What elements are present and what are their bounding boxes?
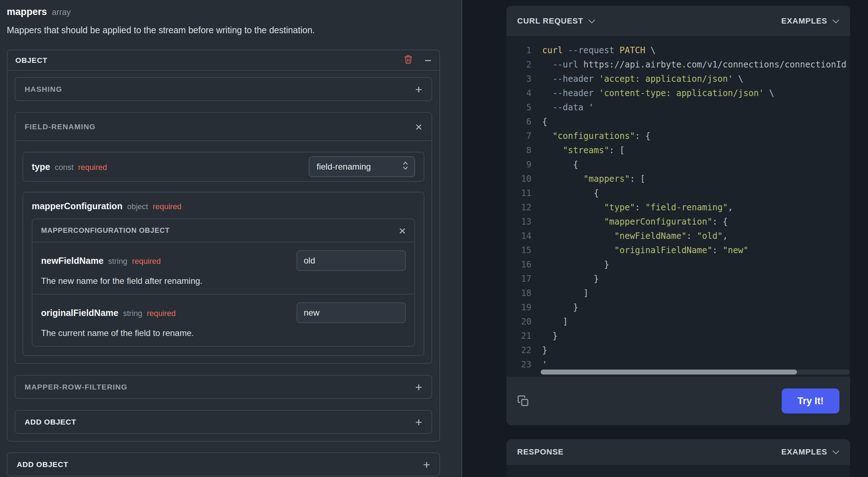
code-line: 8 "streams": [ — [506, 143, 850, 157]
object-card-actions: − — [404, 54, 432, 66]
mapper-configuration-label: mapperConfiguration object required — [32, 201, 415, 211]
try-it-button[interactable]: Try It! — [782, 388, 839, 413]
field-name: mappers — [7, 6, 47, 17]
horizontal-scrollbar-thumb[interactable] — [541, 370, 797, 375]
code-line: 20 ] — [506, 315, 850, 329]
new-field-name-label: newFieldName string required — [41, 256, 161, 266]
chevron-down-icon — [588, 16, 595, 26]
add-object-inner-button[interactable]: + — [415, 416, 422, 428]
chevron-down-icon — [832, 16, 839, 26]
code-line: 5 --data ' — [506, 100, 850, 115]
close-icon: × — [399, 224, 406, 237]
response-card: RESPONSE EXAMPLES — [506, 439, 850, 477]
type-property-row: type const required field-renaming — [22, 152, 424, 182]
delete-object-button[interactable] — [404, 54, 413, 66]
code-line: 7 "configurations": { — [506, 129, 850, 143]
curl-request-card: CURL REQUEST EXAMPLES 1curl --request PA… — [506, 6, 850, 425]
select-chevrons-icon — [402, 161, 409, 173]
curl-request-dropdown[interactable]: CURL REQUEST — [517, 16, 595, 26]
property-name: type — [32, 162, 50, 172]
plus-icon: + — [415, 415, 422, 429]
original-field-name-input[interactable] — [297, 302, 406, 323]
expand-hashing-button[interactable]: + — [415, 83, 422, 95]
schema-pane: mappers array Mappers that should be app… — [0, 0, 461, 477]
add-object-label: ADD OBJECT — [17, 460, 69, 469]
code-block: 1curl --request PATCH \2 --url https://a… — [506, 43, 850, 372]
section-hashing-title: HASHING — [25, 85, 62, 94]
section-mapper-row-filtering: MAPPER-ROW-FILTERING + — [15, 375, 432, 399]
expand-mapper-row-filtering-button[interactable]: + — [415, 381, 422, 393]
type-select[interactable]: field-renaming — [309, 156, 415, 177]
field-description: Mappers that should be applied to the st… — [7, 24, 440, 36]
object-card: OBJECT − HASHING + FIELD-RENAMING — [7, 50, 440, 442]
property-required-badge: required — [78, 163, 107, 172]
property-name: originalFieldName — [41, 308, 118, 318]
object-card-header: OBJECT − — [7, 50, 439, 71]
add-object-outer-button[interactable]: + — [423, 458, 430, 471]
original-field-name-label: originalFieldName string required — [41, 308, 176, 318]
property-required-badge: required — [147, 309, 176, 318]
collapse-object-button[interactable]: − — [424, 54, 432, 66]
type-select-value: field-renaming — [317, 162, 371, 172]
section-hashing-header[interactable]: HASHING + — [15, 78, 432, 100]
code-line: 16 } — [506, 257, 850, 272]
mapper-configuration-object-card: MAPPERCONFIGURATION OBJECT × newFieldNam… — [32, 219, 415, 347]
section-field-renaming-title: FIELD-RENAMING — [25, 122, 96, 131]
property-name: newFieldName — [41, 256, 104, 266]
field-row: originalFieldName string required — [41, 302, 406, 323]
code-area: 1curl --request PATCH \2 --url https://a… — [506, 36, 850, 377]
new-field-name-section: newFieldName string required The new nam… — [32, 242, 414, 294]
property-required-badge: required — [132, 257, 161, 266]
code-line: 13 "mapperConfiguration": { — [506, 215, 850, 229]
close-mapper-configuration-button[interactable]: × — [399, 225, 406, 237]
code-line: 10 "mappers": [ — [506, 172, 850, 186]
property-kind: const — [55, 163, 74, 172]
add-object-label: ADD OBJECT — [25, 418, 76, 426]
section-field-renaming-header[interactable]: FIELD-RENAMING × — [15, 113, 432, 141]
add-object-outer: ADD OBJECT + — [7, 452, 440, 476]
field-type-badge: array — [52, 7, 71, 17]
field-row: newFieldName string required — [41, 250, 406, 271]
mapper-configuration-object-title: MAPPERCONFIGURATION OBJECT — [41, 226, 170, 235]
request-examples-dropdown[interactable]: EXAMPLES — [781, 16, 839, 26]
property-required-badge: required — [153, 202, 182, 211]
code-line: 22} — [506, 343, 850, 357]
field-description: The current name of the field to rename. — [41, 328, 406, 338]
code-line: 9 { — [506, 157, 850, 172]
examples-label: EXAMPLES — [781, 16, 827, 26]
copy-code-button[interactable] — [517, 395, 529, 407]
plus-icon: + — [415, 82, 422, 96]
code-line: 6{ — [506, 115, 850, 129]
response-header: RESPONSE EXAMPLES — [506, 439, 850, 465]
code-line: 2 --url https://api.airbyte.com/v1/conne… — [506, 57, 850, 72]
code-line: 4 --header 'content-type: application/js… — [506, 86, 850, 100]
code-line: 3 --header 'accept: application/json' \ — [506, 72, 850, 86]
horizontal-scrollbar-track[interactable] — [541, 370, 849, 375]
curl-request-header: CURL REQUEST EXAMPLES — [506, 6, 850, 36]
original-field-name-section: originalFieldName string required The cu… — [32, 295, 414, 346]
code-line: 17 } — [506, 272, 850, 286]
add-object-inner-header[interactable]: ADD OBJECT + — [15, 411, 432, 433]
code-line: 21 } — [506, 329, 850, 343]
property-name: mapperConfiguration — [32, 201, 122, 211]
section-mapper-row-filtering-header[interactable]: MAPPER-ROW-FILTERING + — [15, 376, 432, 398]
code-line: 14 "newFieldName": "old", — [506, 229, 850, 243]
request-pane: CURL REQUEST EXAMPLES 1curl --request PA… — [462, 0, 868, 477]
add-object-outer-header[interactable]: ADD OBJECT + — [7, 453, 439, 476]
code-line: 1curl --request PATCH \ — [506, 43, 850, 57]
curl-request-title: CURL REQUEST — [517, 16, 583, 26]
add-object-inner: ADD OBJECT + — [15, 410, 432, 434]
field-description: The new name for the field after renamin… — [41, 276, 406, 286]
section-field-renaming: FIELD-RENAMING × type const required fie… — [15, 112, 432, 364]
plus-icon: + — [423, 458, 430, 471]
close-field-renaming-button[interactable]: × — [415, 121, 422, 133]
chevron-down-icon — [832, 447, 839, 457]
response-body — [506, 465, 850, 477]
section-mapper-row-filtering-title: MAPPER-ROW-FILTERING — [25, 383, 127, 391]
object-card-body: HASHING + FIELD-RENAMING × type const re… — [7, 71, 439, 441]
curl-request-footer: Try It! — [506, 377, 850, 425]
response-examples-dropdown[interactable]: EXAMPLES — [781, 447, 839, 457]
code-line: 19 } — [506, 300, 850, 315]
trash-icon — [404, 54, 413, 67]
new-field-name-input[interactable] — [297, 250, 406, 271]
